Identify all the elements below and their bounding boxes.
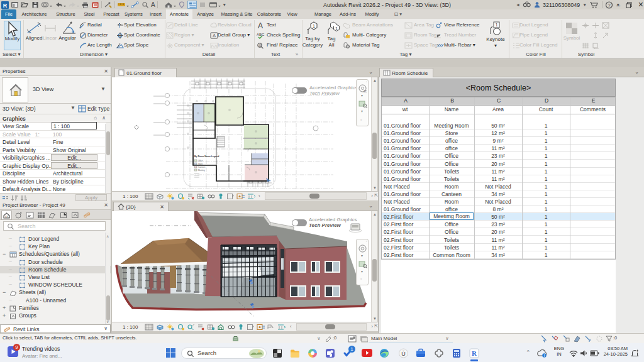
svg-text:ABC: ABC: [257, 33, 265, 36]
svg-text:2D: 2D: [364, 89, 367, 93]
svg-text:1: 1: [335, 26, 338, 31]
svg-text:@: @: [258, 43, 262, 47]
svg-text:A: A: [213, 33, 216, 38]
svg-text:R: R: [3, 2, 8, 8]
svg-text:Office: Office: [198, 160, 203, 162]
svg-text:i: i: [544, 353, 545, 358]
svg-text:UG: UG: [5, 215, 10, 219]
svg-text:?: ?: [608, 2, 611, 8]
svg-text:By Room Name Legend: By Room Name Legend: [194, 155, 219, 158]
svg-text:R: R: [472, 349, 477, 357]
svg-text:Û: Û: [401, 351, 406, 357]
svg-text:Canteen: Canteen: [198, 166, 206, 168]
svg-text:1: 1: [495, 22, 497, 28]
svg-text:Store: Store: [198, 163, 203, 165]
svg-text:Meeting: Meeting: [198, 169, 205, 172]
svg-text:1: 1: [313, 23, 316, 29]
